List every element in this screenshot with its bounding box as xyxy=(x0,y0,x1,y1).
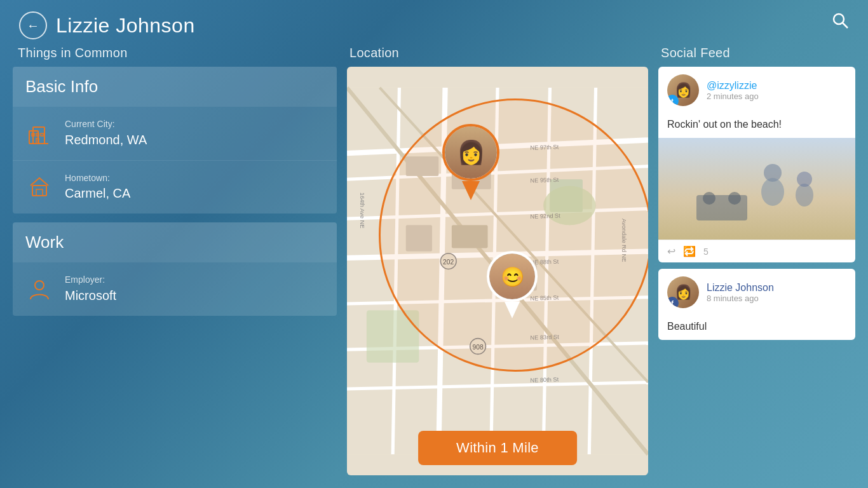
social-feed-title: Social Feed xyxy=(658,46,855,67)
svg-text:202: 202 xyxy=(443,259,454,266)
employer-label: Employer: xyxy=(65,274,116,287)
facebook-avatar: 👩 f xyxy=(667,276,699,308)
left-panel: Things in Common Basic Info xyxy=(13,46,337,475)
svg-rect-27 xyxy=(406,156,439,176)
twitter-post-image xyxy=(658,138,855,240)
facebook-post-text: Beautiful xyxy=(658,316,855,340)
facebook-user-info: Lizzie Johnson 8 minutes ago xyxy=(707,282,846,303)
lizzie-pin: 👩 xyxy=(442,124,499,200)
svg-rect-9 xyxy=(32,186,46,196)
back-button[interactable]: ← xyxy=(19,11,47,39)
reply-icon[interactable]: ↩ xyxy=(667,245,675,257)
location-title: Location xyxy=(347,46,648,67)
twitter-avatar: 👩 t xyxy=(667,74,699,106)
beach-scene xyxy=(658,138,855,240)
current-city-value: Redmond, WA xyxy=(65,131,147,149)
svg-rect-29 xyxy=(406,225,432,251)
svg-rect-7 xyxy=(41,133,43,136)
svg-point-51 xyxy=(796,184,813,207)
main-content: Things in Common Basic Info xyxy=(0,46,868,488)
facebook-post-card: 👩 f Lizzie Johnson 8 minutes ago Beautif… xyxy=(658,269,855,340)
svg-point-49 xyxy=(761,178,784,206)
svg-text:Avondale Rd NE: Avondale Rd NE xyxy=(621,219,627,262)
employer-row: Employer: Microsoft xyxy=(13,262,337,316)
svg-point-0 xyxy=(834,14,844,24)
work-card: Employer: Microsoft xyxy=(13,262,337,316)
basic-info-header: Basic Info xyxy=(13,67,337,107)
twitter-user-info: @izzylizzie 2 minutes ago xyxy=(707,80,846,101)
svg-line-1 xyxy=(843,23,848,28)
svg-text:908: 908 xyxy=(472,344,483,351)
twitter-post-header: 👩 t @izzylizzie 2 minutes ago xyxy=(658,67,855,114)
facebook-badge-icon: f xyxy=(667,297,679,308)
hometown-label: Hometown: xyxy=(65,172,130,185)
svg-text:NE 80th St: NE 80th St xyxy=(530,376,559,384)
middle-panel: Location xyxy=(347,46,648,475)
back-icon: ← xyxy=(27,18,39,33)
svg-rect-10 xyxy=(36,189,43,196)
twitter-username: @izzylizzie xyxy=(707,80,846,92)
work-header: Work xyxy=(13,222,337,262)
svg-point-11 xyxy=(35,281,44,290)
twitter-post-text: Rockin' out on the beach! xyxy=(658,114,855,138)
twitter-badge-icon: t xyxy=(667,95,679,106)
svg-point-55 xyxy=(728,192,741,205)
current-city-text: Current City: Redmond, WA xyxy=(65,118,147,149)
employer-text: Employer: Microsoft xyxy=(65,274,116,304)
employer-icon xyxy=(25,275,53,303)
hometown-row: Hometown: Carmel, CA xyxy=(13,161,337,214)
svg-rect-34 xyxy=(367,310,419,362)
user-pin: 😊 xyxy=(487,251,538,318)
page-title: Lizzie Johnson xyxy=(56,14,195,37)
twitter-post-card: 👩 t @izzylizzie 2 minutes ago Rockin' ou… xyxy=(658,67,855,262)
svg-text:NE 97th St: NE 97th St xyxy=(530,144,559,151)
svg-point-50 xyxy=(764,164,782,182)
things-in-common-label: Things in Common xyxy=(13,46,337,67)
city-icon xyxy=(25,119,53,147)
twitter-post-actions: ↩ 🔁 5 xyxy=(658,240,855,262)
svg-text:NE 92nd St: NE 92nd St xyxy=(530,212,560,220)
svg-rect-48 xyxy=(658,138,855,240)
current-city-row: Current City: Redmond, WA xyxy=(13,107,337,161)
current-city-label: Current City: xyxy=(65,118,147,131)
basic-info-card: Current City: Redmond, WA Hometown: Carm… xyxy=(13,107,337,214)
retweet-icon[interactable]: 🔁 xyxy=(683,245,696,257)
search-button[interactable] xyxy=(831,11,849,34)
social-feed-panel: Social Feed 👩 t @izzylizzie 2 minutes ag… xyxy=(658,46,855,475)
within-badge: Within 1 Mile xyxy=(418,431,577,465)
home-icon xyxy=(25,173,53,201)
facebook-username: Lizzie Johnson xyxy=(707,282,846,294)
svg-text:NE 83rd St: NE 83rd St xyxy=(530,334,559,341)
svg-text:164th Ave NE: 164th Ave NE xyxy=(359,193,365,229)
svg-text:NE 95th St: NE 95th St xyxy=(530,177,559,184)
hometown-value: Carmel, CA xyxy=(65,184,130,202)
facebook-post-header: 👩 f Lizzie Johnson 8 minutes ago xyxy=(658,269,855,316)
svg-point-54 xyxy=(703,192,715,205)
header: ← Lizzie Johnson xyxy=(0,0,868,46)
svg-point-33 xyxy=(543,186,595,226)
retweet-count: 5 xyxy=(703,247,709,257)
hometown-text: Hometown: Carmel, CA xyxy=(65,172,130,203)
twitter-post-time: 2 minutes ago xyxy=(707,92,846,101)
facebook-post-time: 8 minutes ago xyxy=(707,294,846,303)
employer-value: Microsoft xyxy=(65,287,116,304)
svg-rect-31 xyxy=(452,225,488,248)
svg-point-52 xyxy=(797,172,812,187)
map-container: 202 908 NE 97th St NE 95th St NE 92nd St… xyxy=(347,67,648,475)
